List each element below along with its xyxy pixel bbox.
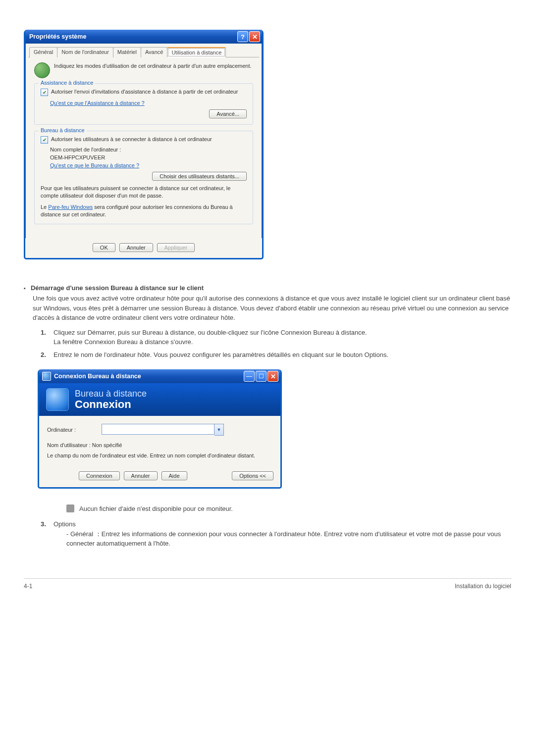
hint-text: Le champ du nom de l'ordinateur est vide… — [47, 452, 272, 459]
group-remote-assistance: Assistance à distance ✔ Autoriser l'envo… — [34, 83, 253, 125]
page-footer: 4-1 Installation du logiciel — [24, 578, 511, 590]
titlebar[interactable]: Connexion Bureau à distance — ☐ ✕ — [39, 369, 280, 383]
page-number: 4-1 — [24, 583, 32, 590]
tab-computer-name[interactable]: Nom de l'ordinateur — [57, 47, 113, 57]
step-3-sub: - Général ：Entrez les informations de co… — [66, 529, 511, 549]
section-paragraph: Une fois que vous avez activé votre ordi… — [33, 294, 511, 323]
footer-section: Installation du logiciel — [455, 583, 511, 590]
cancel-button[interactable]: Annuler — [119, 243, 153, 252]
banner-line2: Connexion — [75, 398, 147, 411]
note-firewall: Le Pare-feu Windows sera configuré pour … — [41, 203, 247, 218]
help-icon[interactable]: ? — [237, 31, 248, 42]
checkbox-assist-label: Autoriser l'envoi d'invitations d'assist… — [51, 89, 238, 95]
rdp-connection-dialog: Connexion Bureau à distance — ☐ ✕ Bureau… — [38, 369, 282, 489]
step-1a: Cliquez sur Démarrer, puis sur Bureau à … — [54, 328, 367, 338]
system-properties-dialog: Propriétés système ? ✕ Général Nom de l'… — [24, 30, 264, 259]
minimize-icon[interactable]: — — [244, 371, 255, 382]
link-pare-feu[interactable]: Pare-feu Windows — [48, 204, 93, 210]
link-what-is-bureau[interactable]: Qu'est ce que le Bureau à distance ? — [50, 162, 139, 168]
note-password: Pour que les utilisateurs puissent se co… — [41, 185, 247, 200]
tab-remote[interactable]: Utilisation à distance — [167, 47, 226, 57]
choose-remote-users-button[interactable]: Choisir des utilisateurs distants... — [152, 172, 247, 181]
step-2: Entrez le nom de l'ordinateur hôte. Vous… — [54, 350, 388, 360]
apply-button: Appliquer — [157, 243, 195, 252]
tab-strip: Général Nom de l'ordinateur Matériel Ava… — [28, 47, 259, 57]
fullname-label: Nom complet de l'ordinateur : — [50, 147, 247, 152]
rdp-app-icon — [42, 372, 51, 381]
dialog-title: Connexion Bureau à distance — [54, 373, 141, 380]
remote-icon — [34, 62, 50, 78]
options-button[interactable]: Options << — [232, 471, 273, 480]
list-number: 2. — [41, 350, 50, 360]
checkbox-bureau-label: Autoriser les utilisateurs à se connecte… — [51, 136, 212, 142]
checkbox-assist[interactable]: ✔ — [41, 89, 48, 96]
note-no-help-file: Aucun fichier d'aide n'est disponible po… — [79, 505, 233, 512]
advanced-button[interactable]: Avancé... — [209, 109, 247, 118]
banner-line1: Bureau à distance — [75, 389, 147, 399]
tab-advanced[interactable]: Avancé — [141, 47, 168, 57]
username-label: Nom d'utilisateur : — [47, 442, 92, 448]
rdp-banner-icon — [46, 388, 69, 411]
cancel-button[interactable]: Annuler — [124, 471, 158, 480]
group-remote-desktop: Bureau à distance ✔ Autoriser les utilis… — [34, 131, 253, 224]
close-icon[interactable]: ✕ — [268, 371, 278, 382]
note-icon — [66, 504, 74, 512]
computer-input[interactable] — [102, 424, 214, 435]
ok-button[interactable]: OK — [93, 243, 115, 252]
checkbox-bureau[interactable]: ✔ — [41, 136, 48, 144]
list-number: 1. — [41, 328, 50, 347]
group-title: Bureau à distance — [39, 127, 87, 133]
intro-text: Indiquez les modes d'utilisation de cet … — [54, 62, 252, 70]
connect-button[interactable]: Connexion — [79, 471, 120, 480]
computer-label: Ordinateur : — [47, 427, 97, 433]
username-value: Non spécifié — [92, 442, 122, 448]
fullname-value: OEM-HFPCXPUVEER — [50, 154, 247, 160]
section-heading: Démarrage d'une session Bureau à distanc… — [31, 284, 204, 292]
titlebar[interactable]: Propriétés système ? ✕ — [25, 30, 262, 44]
step-3: Options — [54, 519, 511, 529]
tab-general[interactable]: Général — [29, 47, 57, 57]
link-what-is-assist[interactable]: Qu'est ce que l'Assistance à distance ? — [50, 100, 145, 106]
help-button[interactable]: Aide — [161, 471, 187, 480]
chevron-down-icon[interactable]: ▼ — [214, 424, 224, 436]
rdp-banner: Bureau à distance Connexion — [39, 383, 280, 416]
maximize-icon[interactable]: ☐ — [256, 371, 267, 382]
bullet-icon: ▪ — [24, 285, 26, 292]
group-title: Assistance à distance — [39, 80, 95, 86]
tab-hardware[interactable]: Matériel — [113, 47, 141, 57]
close-icon[interactable]: ✕ — [249, 31, 260, 42]
step-1b: La fenêtre Connexion Bureau à distance s… — [54, 337, 367, 347]
dialog-title: Propriétés système — [29, 33, 86, 40]
list-number: 3. — [41, 519, 50, 549]
